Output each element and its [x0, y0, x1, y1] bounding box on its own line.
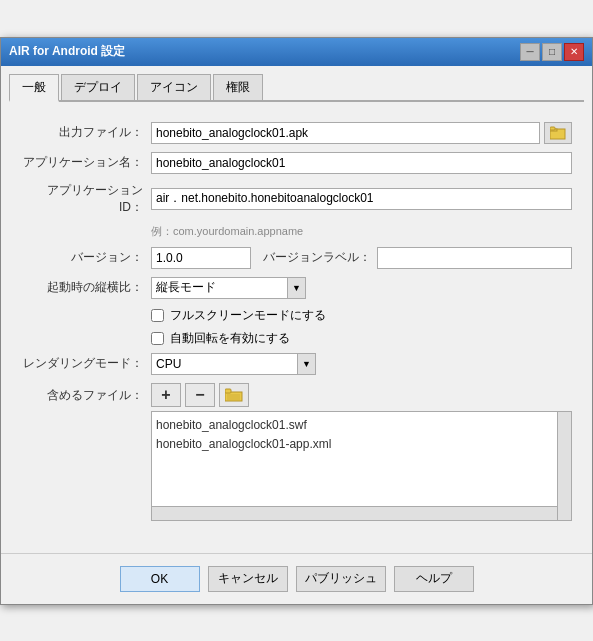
close-button[interactable]: ✕ [564, 43, 584, 61]
form-area: 出力ファイル： アプリケーション名： [9, 114, 584, 537]
window-title: AIR for Android 設定 [9, 43, 125, 60]
tab-permissions[interactable]: 権限 [213, 74, 263, 100]
add-file-button[interactable]: + [151, 383, 181, 407]
rendering-row: レンダリングモード： CPU ▼ [21, 353, 572, 375]
version-row: バージョン： バージョンラベル： [21, 247, 572, 269]
browse-button[interactable] [544, 122, 572, 144]
orientation-label: 起動時の縦横比： [21, 279, 151, 296]
title-bar: AIR for Android 設定 ─ □ ✕ [1, 38, 592, 66]
app-name-input[interactable] [151, 152, 572, 174]
files-buttons: + − [151, 383, 572, 407]
rendering-label: レンダリングモード： [21, 355, 151, 372]
tab-general[interactable]: 一般 [9, 74, 59, 102]
orientation-row: 起動時の縦横比： 縦長モード ▼ [21, 277, 572, 299]
ok-button[interactable]: OK [120, 566, 200, 592]
app-id-input[interactable] [151, 188, 572, 210]
tab-deploy[interactable]: デプロイ [61, 74, 135, 100]
rendering-select[interactable]: CPU ▼ [151, 353, 316, 375]
svg-rect-4 [225, 389, 231, 393]
fullscreen-checkbox[interactable] [151, 309, 164, 322]
svg-rect-2 [550, 127, 555, 130]
list-item: honebito_analogclock01.swf [156, 416, 567, 435]
remove-file-button[interactable]: − [185, 383, 215, 407]
rendering-dropdown-arrow: ▼ [297, 354, 315, 374]
add-icon: + [161, 386, 170, 404]
files-list-inner: honebito_analogclock01.swf honebito_anal… [152, 412, 571, 458]
autorotate-label: 自動回転を有効にする [170, 330, 290, 347]
folder-icon [550, 126, 566, 140]
main-window: AIR for Android 設定 ─ □ ✕ 一般 デプロイ アイコン 権限… [0, 37, 593, 605]
version-label2: バージョンラベル： [263, 249, 371, 266]
fullscreen-label: フルスクリーンモードにする [170, 307, 326, 324]
output-file-label: 出力ファイル： [21, 124, 151, 141]
minimize-button[interactable]: ─ [520, 43, 540, 61]
files-area: 含めるファイル： + − [21, 383, 572, 521]
tab-icon[interactable]: アイコン [137, 74, 211, 100]
app-id-example: 例：com.yourdomain.appname [151, 224, 572, 239]
app-name-label: アプリケーション名： [21, 154, 151, 171]
version-input[interactable] [151, 247, 251, 269]
folder-open-icon [225, 388, 243, 402]
maximize-button[interactable]: □ [542, 43, 562, 61]
list-item: honebito_analogclock01-app.xml [156, 435, 567, 454]
title-controls: ─ □ ✕ [520, 43, 584, 61]
output-file-row: 出力ファイル： [21, 122, 572, 144]
files-right: + − [151, 383, 572, 521]
window-content: 一般 デプロイ アイコン 権限 出力ファイル： [1, 66, 592, 545]
files-list[interactable]: honebito_analogclock01.swf honebito_anal… [151, 411, 572, 521]
scrollbar-horizontal[interactable] [152, 506, 557, 520]
footer: OK キャンセル パブリッシュ ヘルプ [1, 553, 592, 604]
autorotate-checkbox[interactable] [151, 332, 164, 345]
version-label: バージョン： [21, 249, 151, 266]
cancel-button[interactable]: キャンセル [208, 566, 288, 592]
app-id-label: アプリケーション ID： [21, 182, 151, 216]
tab-bar: 一般 デプロイ アイコン 権限 [9, 74, 584, 102]
orientation-value: 縦長モード [156, 279, 283, 296]
files-label: 含めるファイル： [21, 383, 151, 404]
output-file-control [151, 122, 572, 144]
remove-icon: − [195, 386, 204, 404]
scrollbar-vertical[interactable] [557, 412, 571, 520]
output-file-input[interactable] [151, 122, 540, 144]
publish-button[interactable]: パブリッシュ [296, 566, 386, 592]
autorotate-row: 自動回転を有効にする [151, 330, 572, 347]
browse-files-button[interactable] [219, 383, 249, 407]
help-button[interactable]: ヘルプ [394, 566, 474, 592]
app-name-row: アプリケーション名： [21, 152, 572, 174]
orientation-dropdown-arrow: ▼ [287, 278, 305, 298]
orientation-select[interactable]: 縦長モード ▼ [151, 277, 306, 299]
version-label-input[interactable] [377, 247, 572, 269]
fullscreen-row: フルスクリーンモードにする [151, 307, 572, 324]
rendering-value: CPU [156, 357, 293, 371]
app-id-row: アプリケーション ID： [21, 182, 572, 216]
